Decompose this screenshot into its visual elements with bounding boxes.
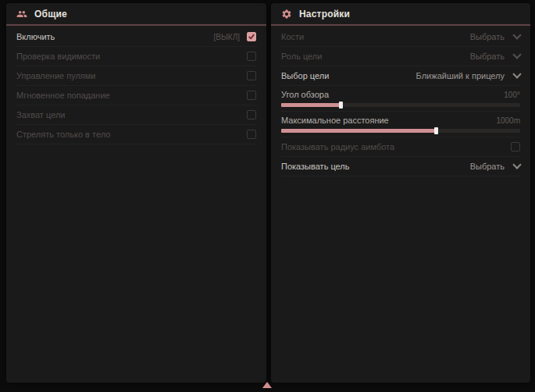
row-label: Включить (16, 32, 55, 41)
row-label: Роль цели (281, 52, 322, 61)
row-label: Мгновенное попадание (16, 91, 110, 100)
row-label: Проверка видимости (16, 52, 100, 61)
row-label: Показывать цель (281, 162, 350, 171)
target-lock-checkbox[interactable] (247, 110, 256, 119)
row-show-target: Показывать цель Выбрать (281, 157, 520, 176)
row-label: Угол обзора (281, 90, 329, 99)
panel-title-general: Общие (34, 9, 67, 20)
fov-slider-fill (281, 103, 341, 107)
row-enable: Включить [ВЫКЛ] (16, 27, 256, 47)
dropdown-value: Выбрать (470, 162, 505, 171)
row-label: Выбор цели (281, 71, 329, 80)
row-label: Показывать радиус аимбота (281, 142, 394, 151)
row-show-aimbot-radius: Показывать радиус аимбота (281, 137, 520, 157)
row-label: Управление пулями (16, 71, 96, 80)
check-icon (248, 34, 255, 40)
bones-dropdown[interactable]: Выбрать (470, 30, 520, 43)
distance-slider[interactable] (281, 129, 520, 133)
visibility-check-checkbox[interactable] (247, 52, 256, 61)
settings-panel: Настройки Кости Выбрать Роль цели Выбрат… (271, 3, 530, 383)
row-bullet-control: Управление пулями (16, 66, 256, 86)
dropdown-value: Выбрать (470, 52, 505, 61)
row-label: Максимальное расстояние (281, 116, 389, 125)
users-icon (16, 9, 27, 20)
row-target-role: Роль цели Выбрать (281, 47, 520, 66)
chevron-down-icon (514, 71, 520, 77)
dropdown-value: Выбрать (470, 32, 505, 41)
settings-panel-header: Настройки (271, 3, 530, 24)
fov-value: 100° (504, 91, 520, 99)
enable-checkbox[interactable] (247, 32, 256, 41)
show-aimbot-radius-checkbox[interactable] (511, 142, 520, 151)
row-target-lock: Захват цели (16, 105, 256, 125)
distance-slider-handle[interactable] (434, 127, 438, 134)
chevron-down-icon (514, 162, 520, 168)
fov-slider[interactable] (281, 103, 520, 107)
row-label: Стрелять только в тело (16, 130, 110, 139)
row-bones: Кости Выбрать (281, 27, 520, 47)
chevron-down-icon (514, 52, 520, 58)
target-selection-dropdown[interactable]: Ближайший к прицелу (416, 69, 520, 82)
general-panel: Общие Включить [ВЫКЛ] Проверка видимости… (6, 3, 266, 383)
body-only-checkbox[interactable] (247, 130, 256, 139)
row-target-selection: Выбор цели Ближайший к прицелу (281, 66, 520, 86)
chevron-down-icon (514, 32, 520, 38)
scroll-up-indicator-icon[interactable] (262, 382, 272, 388)
row-instant-hit: Мгновенное попадание (16, 86, 256, 105)
row-visibility-check: Проверка видимости (16, 47, 256, 66)
distance-value: 1000m (496, 116, 520, 125)
row-body-only: Стрелять только в тело (16, 125, 256, 144)
distance-slider-block: Максимальное расстояние 1000m (281, 112, 520, 137)
hotkey-state-label: [ВЫКЛ] (214, 33, 240, 41)
show-target-dropdown[interactable]: Выбрать (470, 160, 520, 173)
row-label: Кости (281, 32, 304, 41)
gear-icon (281, 9, 292, 20)
fov-slider-handle[interactable] (339, 102, 343, 109)
row-label: Захват цели (16, 110, 65, 119)
panel-title-settings: Настройки (299, 9, 350, 20)
distance-slider-fill (281, 129, 437, 133)
instant-hit-checkbox[interactable] (247, 91, 256, 100)
dropdown-value: Ближайший к прицелу (416, 71, 505, 80)
fov-slider-block: Угол обзора 100° (281, 86, 520, 112)
bullet-control-checkbox[interactable] (247, 71, 256, 80)
general-panel-header: Общие (6, 3, 266, 24)
target-role-dropdown[interactable]: Выбрать (470, 50, 520, 62)
